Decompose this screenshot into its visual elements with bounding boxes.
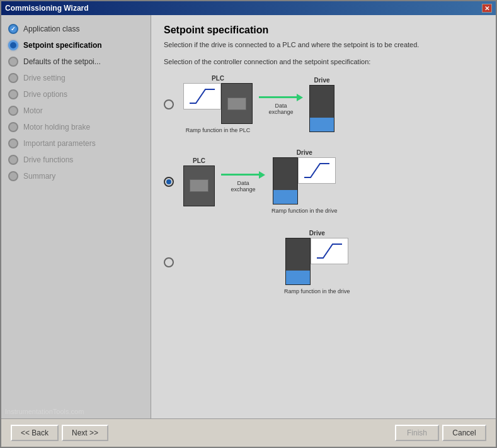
finish-button[interactable]: Finish	[395, 425, 439, 441]
sidebar-item-application-class[interactable]: Application class	[4, 21, 147, 36]
bottom-bar: << Back Next >> Finish Cancel	[1, 418, 496, 447]
radio-option-1[interactable]	[164, 99, 174, 109]
sidebar-item-drive-options: Drive options	[4, 87, 147, 102]
sidebar-item-drive-functions: Drive functions	[4, 152, 147, 167]
next-button[interactable]: Next >>	[62, 425, 108, 441]
sidebar-item-label: Defaults of the setpoi...	[23, 57, 101, 66]
sidebar: Application class Setpoint specification…	[1, 15, 151, 418]
sidebar-item-defaults-setpoint[interactable]: Defaults of the setpoi...	[4, 54, 147, 69]
arrow-line-1	[259, 94, 303, 101]
plc-box-2: PLC	[183, 157, 215, 206]
diagram-2: PLC	[183, 149, 338, 214]
drive-box-2: Drive	[271, 149, 338, 214]
sidebar-item-label: Motor	[23, 106, 43, 115]
drive-box-1: Drive	[309, 77, 334, 132]
drive-label-2: Drive	[297, 149, 312, 156]
drive-box-3: Drive	[284, 230, 350, 294]
dot-inactive	[8, 57, 18, 67]
sidebar-item-label: Application class	[23, 25, 79, 33]
plc-label-2: PLC	[193, 157, 205, 164]
ramp-label-1: Ramp function in the PLC	[186, 127, 251, 133]
drive-device-3	[285, 238, 311, 285]
plc-box-1: PLC	[183, 75, 253, 133]
sidebar-item-label: Drive functions	[23, 155, 73, 164]
ramp-diagram-3	[311, 238, 348, 264]
back-button[interactable]: << Back	[11, 425, 59, 441]
sidebar-item-label: Important parameters	[23, 139, 96, 148]
cancel-button[interactable]: Cancel	[442, 425, 486, 441]
arrow-1: Dataexchange	[259, 94, 303, 115]
close-button[interactable]: ✕	[482, 4, 492, 13]
plc-device-1	[221, 83, 253, 124]
arrow-shaft-1	[259, 96, 297, 98]
sidebar-item-motor: Motor	[4, 103, 147, 118]
sidebar-item-motor-holding-brake: Motor holding brake	[4, 120, 147, 135]
options-area: PLC	[164, 75, 483, 409]
drive-device-2	[273, 157, 298, 204]
sidebar-item-label: Drive options	[23, 90, 67, 99]
drive-label-3: Drive	[309, 230, 325, 237]
arrow-label-1: Dataexchange	[268, 103, 293, 115]
radio-option-2[interactable]	[164, 177, 174, 187]
main-content: Application class Setpoint specification…	[1, 15, 496, 418]
plc-label-1: PLC	[212, 75, 224, 82]
dot-inactive	[8, 73, 18, 83]
dot-inactive	[8, 155, 18, 165]
arrow-2: Dataexchange	[221, 171, 265, 193]
drive-device-1	[309, 85, 334, 132]
arrow-label-2: Dataexchange	[231, 180, 255, 193]
ramp-diagram-2	[298, 157, 336, 184]
dot-inactive	[8, 122, 18, 132]
window-title: Commissioning Wizard	[5, 4, 89, 13]
arrow-line-2	[221, 171, 265, 179]
dot-inactive	[8, 171, 18, 181]
arrow-head-2	[259, 171, 265, 179]
section-label: Selection of the controller connection a…	[164, 58, 483, 65]
diagram-1: PLC	[183, 75, 334, 133]
radio-option-3[interactable]	[164, 257, 174, 267]
ramp-label-3: Ramp function in the drive	[284, 288, 350, 294]
dot-checked	[8, 24, 18, 34]
dot-inactive	[8, 106, 18, 116]
commissioning-wizard-window: Commissioning Wizard ✕ Application class…	[0, 0, 497, 448]
dot-inactive	[8, 89, 18, 99]
sidebar-item-drive-setting: Drive setting	[4, 70, 147, 86]
arrow-head-1	[297, 94, 303, 101]
drive-label-1: Drive	[314, 77, 329, 84]
ramp-diagram-1	[183, 83, 221, 109]
sidebar-item-summary: Summary	[4, 169, 147, 184]
content-description: Selection if the drive is connected to a…	[164, 41, 483, 48]
sidebar-item-important-parameters: Important parameters	[4, 136, 147, 151]
arrow-shaft-2	[221, 174, 259, 176]
diagram-3: Drive	[183, 230, 350, 294]
sidebar-item-label: Motor holding brake	[23, 123, 90, 132]
sidebar-item-label: Drive setting	[23, 74, 66, 82]
right-buttons: Finish Cancel	[395, 425, 486, 441]
option-row-3: Drive	[164, 230, 483, 294]
ramp-label-2: Ramp function in the drive	[271, 208, 338, 214]
page-title: Setpoint specification	[164, 25, 483, 36]
sidebar-item-label: Summary	[23, 172, 55, 181]
option-row-2: PLC	[164, 149, 483, 214]
plc-device-2	[183, 165, 215, 206]
left-buttons: << Back Next >>	[11, 425, 108, 441]
sidebar-item-label: Setpoint specification	[23, 41, 102, 50]
option-row-1: PLC	[164, 75, 483, 133]
content-panel: Setpoint specification Selection if the …	[151, 15, 496, 418]
title-bar: Commissioning Wizard ✕	[1, 1, 496, 15]
sidebar-item-setpoint-specification[interactable]: Setpoint specification	[4, 38, 147, 53]
dot-active	[8, 40, 18, 50]
dot-inactive	[8, 138, 18, 148]
